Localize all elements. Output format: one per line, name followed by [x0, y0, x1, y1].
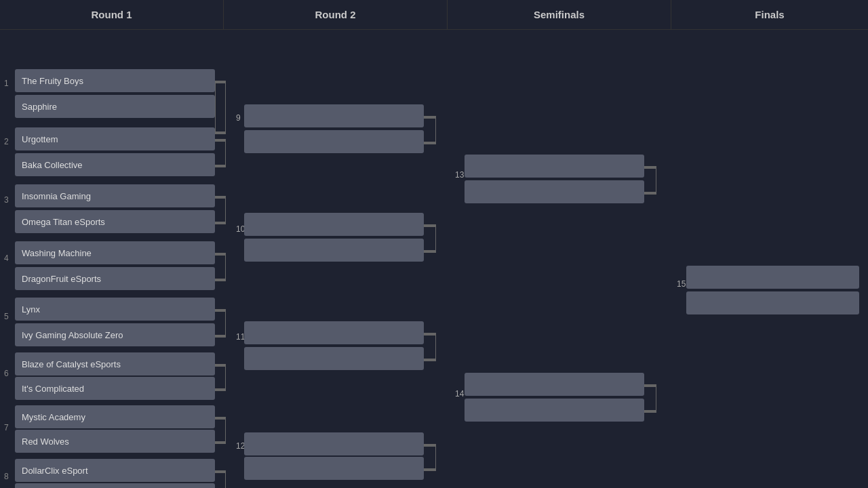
finals-team2: [686, 291, 859, 314]
match-num-5: 5: [4, 312, 9, 321]
r2-match9-team2: [244, 130, 424, 153]
team-urgottem: Urgottem: [15, 127, 215, 150]
finals-match-num-15: 15: [677, 279, 686, 289]
match-num-1: 1: [4, 79, 9, 88]
match-num-2: 2: [4, 137, 9, 146]
header-semifinals: Semifinals: [448, 0, 671, 29]
r2-match12-team2: [244, 457, 424, 480]
sf-match14-team2: [465, 399, 644, 422]
match-num-4: 4: [4, 253, 9, 263]
team-washing-machine: Washing Machine: [15, 241, 215, 264]
team-oblivion: Oblivion eSports Black: [15, 483, 215, 488]
match-num-8: 8: [4, 472, 9, 481]
r2-match11-team2: [244, 347, 424, 370]
header: Round 1 Round 2 Semifinals Finals: [0, 0, 868, 30]
team-lynx: Lynx: [15, 298, 215, 321]
team-its-complicated: It's Complicated: [15, 377, 215, 400]
team-insomnia-gaming: Insomnia Gaming: [15, 184, 215, 207]
team-omega-titan: Omega Titan eSports: [15, 210, 215, 233]
header-finals: Finals: [671, 0, 868, 29]
r2-match-num-9: 9: [236, 113, 241, 123]
team-the-fruity-boys: The Fruity Boys: [15, 69, 215, 92]
sf-match-num-14: 14: [455, 389, 464, 399]
sf-match14-team1: [465, 373, 644, 396]
bracket-body: 1 2 3 4 5 6 7 8 The Fruity Boys Sapphire…: [0, 30, 868, 488]
bracket-container: Round 1 Round 2 Semifinals Finals 1 2 3 …: [0, 0, 868, 488]
r2-match9-team1: [244, 104, 424, 127]
team-sapphire: Sapphire: [15, 95, 215, 118]
r2-match10-team2: [244, 239, 424, 262]
r2-match12-team1: [244, 432, 424, 455]
match-num-7: 7: [4, 423, 9, 432]
team-red-wolves: Red Wolves: [15, 430, 215, 453]
team-mystic-academy: Mystic Academy: [15, 405, 215, 428]
team-blaze-catalyst: Blaze of Catalyst eSports: [15, 352, 215, 375]
sf-match-num-13: 13: [455, 170, 464, 180]
finals-team1: [686, 266, 859, 289]
team-ivy-gaming: Ivy Gaming Absolute Zero: [15, 323, 215, 346]
match-num-3: 3: [4, 195, 9, 205]
r2-match11-team1: [244, 321, 424, 344]
team-baka-collective: Baka Collective: [15, 153, 215, 176]
team-dollarclix: DollarClix eSport: [15, 459, 215, 482]
r2-match10-team1: [244, 213, 424, 236]
match-num-6: 6: [4, 369, 9, 378]
sf-match13-team1: [465, 155, 644, 178]
header-round1: Round 1: [0, 0, 224, 29]
header-round2: Round 2: [224, 0, 448, 29]
sf-match13-team2: [465, 180, 644, 203]
team-dragonfruit: DragonFruit eSports: [15, 267, 215, 290]
